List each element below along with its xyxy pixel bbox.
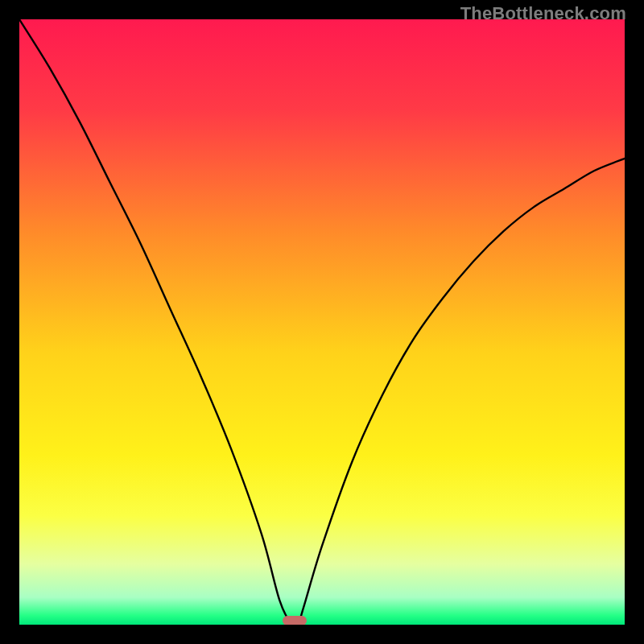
plot-area xyxy=(19,19,625,625)
bottleneck-curve xyxy=(19,19,625,625)
watermark-text: TheBottleneck.com xyxy=(460,3,626,24)
optimal-marker xyxy=(283,616,307,625)
chart-frame: TheBottleneck.com xyxy=(0,0,644,644)
